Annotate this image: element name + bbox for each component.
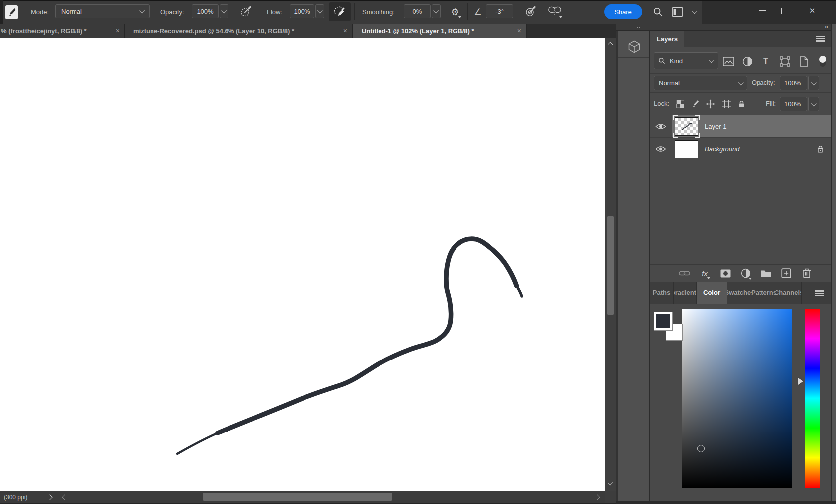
layer-name[interactable]: Layer 1 (705, 123, 831, 130)
paint-symmetry-button[interactable] (545, 0, 564, 24)
layer-mask-icon (720, 269, 731, 278)
triangle-down-icon (559, 16, 562, 18)
document-tab-active[interactable]: Untitled-1 @ 102% (Layer 1, RGB/8) * × (353, 24, 526, 38)
collapsed-3d-panel-button[interactable] (626, 39, 642, 55)
layer-blend-mode-select[interactable]: Normal (654, 76, 747, 90)
filter-type-layers-button[interactable]: T (760, 55, 772, 67)
flow-input[interactable]: 100% (290, 4, 314, 18)
blend-mode-select[interactable]: Normal (55, 4, 150, 18)
selection-corner-icon (695, 133, 700, 138)
new-group-button[interactable] (760, 267, 772, 279)
brush-tool-preset-button[interactable] (5, 5, 18, 19)
search-button[interactable] (651, 0, 665, 24)
brush-angle-input[interactable]: -3° (486, 4, 513, 18)
saturation-brightness-field[interactable] (682, 309, 792, 488)
divider (467, 3, 468, 20)
scroll-right-icon[interactable] (594, 494, 600, 500)
tab-bar-filler (527, 24, 616, 38)
tab-patterns[interactable]: Patterns (752, 282, 776, 304)
layer-thumbnail[interactable] (675, 140, 698, 158)
filter-pixel-layers-button[interactable] (722, 55, 734, 67)
dock-drag-dots (637, 27, 638, 28)
delete-layer-button[interactable] (801, 267, 813, 279)
horizontal-scrollbar-thumb[interactable] (203, 493, 392, 501)
filter-kind-select[interactable]: Kind (654, 52, 718, 69)
filter-adjustment-layers-button[interactable] (741, 55, 753, 67)
layer-fill-input[interactable]: 100% (780, 97, 807, 111)
layer-opacity-dropdown-button[interactable] (808, 76, 819, 90)
tab-gradients[interactable]: Gradients (674, 282, 697, 304)
dock-drag-handle[interactable] (625, 32, 643, 36)
new-layer-plus-icon (781, 268, 791, 278)
scroll-up-icon[interactable] (608, 42, 613, 47)
layer-row-layer-1[interactable]: Layer 1 (650, 115, 831, 138)
filter-shape-layers-button[interactable] (779, 55, 791, 67)
opacity-input[interactable]: 100% (192, 4, 219, 18)
layer-filtering-toggle[interactable] (817, 55, 829, 67)
lock-pixels-button[interactable] (690, 98, 699, 110)
minimize-button[interactable] (755, 0, 770, 22)
flow-label: Flow: (267, 0, 282, 24)
hue-slider-marker[interactable] (798, 378, 803, 385)
smoothing-dropdown-button[interactable] (432, 4, 441, 18)
layer-visibility-toggle[interactable] (650, 138, 672, 160)
layer-row-background[interactable]: Background (650, 138, 831, 160)
pressure-opacity-button[interactable] (239, 0, 253, 24)
layer-fill-dropdown-button[interactable] (808, 97, 819, 111)
layer-locked-indicator[interactable] (817, 145, 824, 153)
flow-dropdown-button[interactable] (315, 4, 324, 18)
vertical-scrollbar[interactable] (605, 38, 616, 491)
panel-menu-button[interactable] (816, 36, 825, 42)
scroll-left-icon[interactable] (62, 494, 67, 500)
tab-channels[interactable]: Channels (776, 282, 802, 304)
filter-smart-objects-button[interactable] (798, 55, 810, 67)
close-tab-icon[interactable]: × (116, 27, 120, 35)
document-tab[interactable]: miztune-Recovered.psd @ 54.6% (Layer 10,… (125, 24, 352, 38)
close-button[interactable]: ✕ (804, 0, 820, 22)
foreground-color-swatch-fill (656, 314, 670, 328)
lock-artboard-nesting-button[interactable] (721, 98, 731, 110)
layer-name[interactable]: Background (705, 145, 817, 153)
lock-all-button[interactable] (737, 98, 745, 110)
vertical-scrollbar-thumb[interactable] (607, 216, 614, 315)
color-picker-cursor[interactable] (697, 445, 705, 452)
new-layer-button[interactable] (780, 267, 792, 279)
workspace-chevron-button[interactable] (690, 0, 699, 24)
panel-menu-button[interactable] (815, 290, 824, 296)
layer-opacity-input[interactable]: 100% (780, 76, 807, 90)
layer-visibility-toggle[interactable] (650, 115, 672, 138)
tab-color[interactable]: Color (697, 282, 727, 304)
layer-style-button[interactable]: fx (699, 267, 711, 279)
lock-icon (738, 100, 745, 108)
workspace-switcher-button[interactable] (670, 0, 684, 24)
close-tab-icon[interactable]: × (517, 27, 521, 35)
add-layer-mask-button[interactable] (719, 267, 731, 279)
lock-transparency-button[interactable] (676, 98, 684, 110)
document-tab[interactable]: % (frosttheicejinyt, RGB/8) * × (0, 24, 124, 38)
share-button[interactable]: Share (604, 4, 642, 19)
foreground-color-swatch[interactable] (654, 312, 673, 331)
close-tab-icon[interactable]: × (343, 27, 347, 35)
tab-swatches[interactable]: Swatches (727, 282, 752, 304)
smoothing-input[interactable]: 0% (404, 4, 431, 18)
layer-thumbnail[interactable] (675, 117, 698, 136)
airbrush-toggle-button[interactable] (329, 2, 351, 21)
smoothing-options-button[interactable]: ⚙ (448, 0, 462, 24)
maximize-button[interactable] (777, 0, 792, 22)
options-bar-left-edge (0, 0, 3, 24)
opacity-dropdown-button[interactable] (220, 4, 228, 18)
page-icon (800, 56, 808, 67)
panel-overflow-chevrons[interactable]: » (825, 23, 828, 30)
folder-icon (760, 269, 771, 277)
hue-slider[interactable] (805, 309, 820, 488)
scroll-down-icon[interactable] (608, 480, 613, 485)
tab-layers[interactable]: Layers (650, 31, 684, 47)
canvas[interactable] (0, 38, 605, 491)
lock-position-button[interactable] (705, 98, 715, 110)
pressure-size-button[interactable] (523, 0, 538, 24)
tab-paths[interactable]: Paths (650, 282, 674, 304)
link-layers-button[interactable] (679, 267, 690, 279)
status-expand-chevron-icon[interactable] (47, 494, 52, 500)
pressure-size-icon (525, 6, 536, 18)
add-adjustment-layer-button[interactable] (740, 267, 752, 279)
